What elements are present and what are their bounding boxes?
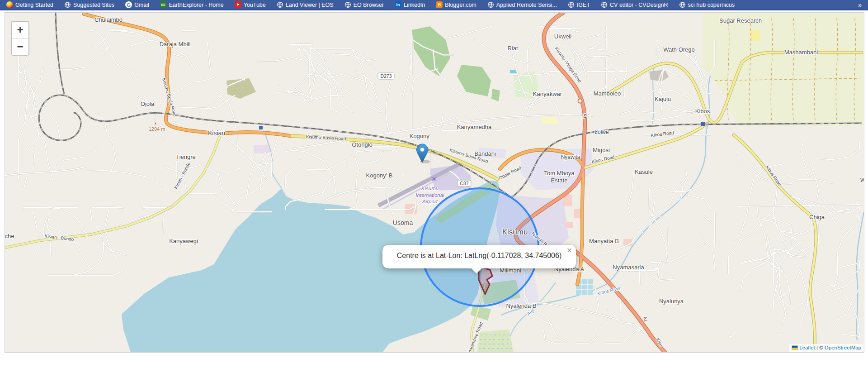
map-popup: Centre is at Lat-Lon: LatLng(-0.117028, … [382,245,576,268]
globe-icon [568,1,575,8]
bookmark-linkedin[interactable]: inLinkedIn [395,1,425,8]
bookmark-label: YouTube [244,2,266,8]
globe-icon [487,1,494,8]
google-icon: G [125,1,132,8]
bookmark-sci-hub-copernicus[interactable]: sci hub copernicus [679,1,735,8]
bookmark-eo-browser[interactable]: EO Browser [344,1,384,8]
openstreetmap-link[interactable]: OpenStreetMap [825,345,861,350]
bookmark-label: Getting Started [15,2,53,8]
bookmark-label: CV editor - CVDesignR [610,2,668,8]
globe-icon [277,1,283,8]
globe-icon [601,1,608,8]
bookmark-applied-remote-sensi[interactable]: Applied Remote Sensi... [487,1,557,8]
leaflet-link[interactable]: Leaflet [799,345,815,350]
bookmark-suggested-sites[interactable]: Suggested Sites [64,1,114,8]
linkedin-icon: in [395,1,401,8]
bookmark-label: sci hub copernicus [688,2,735,8]
bookmark-label: EO Browser [354,2,384,8]
bookmarks-overflow-chevron[interactable]: » [856,1,863,9]
copyright-symbol: © [819,345,823,350]
bookmark-label: Blogger.com [445,2,476,8]
bookmark-label: Applied Remote Sensi... [496,2,557,8]
popup-text: Centre is at Lat-Lon: LatLng(-0.117028, … [382,252,576,260]
map-viewport[interactable]: ✈ ChulaimboDaraja MbiliOjolaKisianTiengr… [5,12,864,353]
bookmark-blogger-com[interactable]: BBlogger.com [436,1,476,8]
globe-icon [64,1,71,8]
blogger-icon: B [436,1,443,8]
bookmark-label: Gmail [134,2,149,8]
bookmark-cv-editor-cvdesignr[interactable]: CV editor - CVDesignR [601,1,668,8]
map-attribution: Leaflet | © OpenStreetMap [789,344,863,352]
bookmark-label: Land Viewer | EOS [286,2,334,8]
marsh-area [477,330,514,352]
bookmarks-bar: Getting StartedSuggested SitesGGmailEEEa… [0,0,868,10]
earthexplorer-icon: EE [160,1,167,8]
zoom-control: + − [11,21,29,56]
globe-icon [679,1,686,8]
zoom-in-button[interactable]: + [12,22,28,38]
bookmark-gmail[interactable]: GGmail [125,1,149,8]
bookmark-label: EarthExplorer - Home [169,2,224,8]
youtube-icon [235,1,241,8]
attribution-separator: | [816,345,818,350]
bookmark-iget[interactable]: IGET [568,1,590,8]
bookmark-land-viewer-eos[interactable]: Land Viewer | EOS [277,1,334,8]
mini-roundabout [578,99,582,103]
bookmark-getting-started[interactable]: Getting Started [6,1,53,8]
level-crossing-marker [701,122,705,126]
firefox-icon [6,1,13,8]
bookmark-earthexplorer-home[interactable]: EEEarthExplorer - Home [160,1,224,8]
level-crossing-marker [259,126,263,129]
zoom-out-button[interactable]: − [12,38,28,55]
globe-icon [344,1,351,8]
map-canvas: ✈ [5,13,864,352]
bookmark-label: IGET [577,2,590,8]
bookmark-youtube[interactable]: YouTube [235,1,266,8]
bookmark-label: Suggested Sites [73,2,114,8]
popup-close-icon[interactable]: × [567,246,572,254]
ukraine-flag-icon [792,345,798,350]
bookmark-label: LinkedIn [404,2,425,8]
